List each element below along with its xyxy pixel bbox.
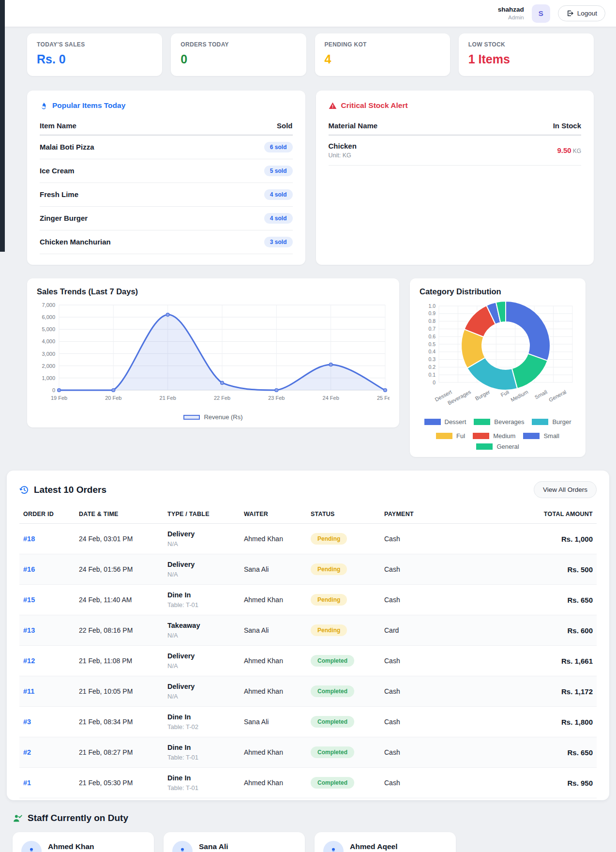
order-id-link[interactable]: #18 xyxy=(19,524,75,554)
popular-item-row: Zinger Burger 4 sold xyxy=(40,207,293,230)
order-id-link[interactable]: #3 xyxy=(19,707,75,737)
order-waiter: Sana Ali xyxy=(240,707,307,737)
order-payment: Cash xyxy=(380,768,481,798)
order-row: #11 21 Feb, 10:05 PM Delivery N/A Ahmed … xyxy=(19,676,597,707)
order-type: Dine In xyxy=(167,744,236,751)
stock-unit-label: KG xyxy=(573,148,581,154)
svg-text:0.1: 0.1 xyxy=(428,372,436,378)
sold-badge: 4 sold xyxy=(264,189,293,200)
charts-row: Sales Trends (Last 7 Days) 01,0002,0003,… xyxy=(27,278,594,457)
order-id-link[interactable]: #16 xyxy=(19,554,75,585)
legend-item-small[interactable]: Small xyxy=(523,432,559,440)
critical-stock-row: Chicken Unit: KG 9.50KG xyxy=(329,135,582,166)
popular-item-row: Fresh Lime 4 sold xyxy=(40,183,293,207)
sales-trends-chart: 01,0002,0003,0004,0005,0006,0007,00019 F… xyxy=(37,301,390,409)
order-datetime: 24 Feb, 03:01 PM xyxy=(75,524,164,554)
stat-value: 1 Items xyxy=(468,52,584,66)
svg-text:21 Feb: 21 Feb xyxy=(160,395,176,401)
order-id-link[interactable]: #12 xyxy=(19,646,75,676)
order-waiter: Sana Ali xyxy=(240,615,307,646)
staff-name: Ahmed Aqeel xyxy=(350,842,397,851)
order-id-link[interactable]: #13 xyxy=(19,615,75,646)
order-datetime: 21 Feb, 10:05 PM xyxy=(75,676,164,707)
popular-col-sold: Sold xyxy=(220,117,292,135)
order-datetime: 22 Feb, 08:16 PM xyxy=(75,615,164,646)
logout-button[interactable]: Logout xyxy=(558,5,605,21)
staff-cards: Ahmed Khan Morning Shift Started: 08:12 … xyxy=(13,832,603,852)
stat-label: TODAY'S SALES xyxy=(37,41,152,48)
svg-text:1,000: 1,000 xyxy=(42,375,55,381)
order-id-link[interactable]: #15 xyxy=(19,585,75,615)
legend-item-medium[interactable]: Medium xyxy=(473,432,515,440)
sold-badge: 4 sold xyxy=(264,213,293,224)
popular-item-name: Zinger Burger xyxy=(40,214,88,222)
legend-item-revenue[interactable]: Revenue (Rs) xyxy=(183,413,242,421)
legend-swatch xyxy=(436,433,452,439)
svg-text:0.6: 0.6 xyxy=(428,334,436,339)
material-name: Chicken xyxy=(329,142,489,150)
svg-text:23 Feb: 23 Feb xyxy=(268,395,285,401)
order-datetime: 21 Feb, 11:08 PM xyxy=(75,646,164,676)
staff-title: Staff Currently on Duty xyxy=(13,813,603,823)
stat-label: LOW STOCK xyxy=(468,41,584,48)
order-id-link[interactable]: #11 xyxy=(19,676,75,707)
order-payment: Cash xyxy=(380,707,481,737)
svg-text:24 Feb: 24 Feb xyxy=(323,395,339,401)
order-waiter: Ahmed Khan xyxy=(240,737,307,768)
latest-orders-card: Latest 10 Orders View All Orders ORDER I… xyxy=(7,471,609,800)
person-icon xyxy=(178,846,187,852)
order-status-badge: Pending xyxy=(311,533,347,545)
legend-item-ful[interactable]: Ful xyxy=(436,432,465,440)
stat-value: 4 xyxy=(325,52,440,66)
order-type: Delivery xyxy=(167,652,236,660)
order-id-link[interactable]: #1 xyxy=(19,768,75,798)
order-type: Dine In xyxy=(167,713,236,721)
svg-text:0.5: 0.5 xyxy=(428,341,436,347)
order-row: #2 21 Feb, 08:27 PM Dine In Table: T-01 … xyxy=(19,737,597,768)
order-row: #13 22 Feb, 08:16 PM Takeaway N/A Sana A… xyxy=(19,615,597,646)
order-id-link[interactable]: #2 xyxy=(19,737,75,768)
orders-col-1: DATE & TIME xyxy=(75,505,164,524)
popular-item-name: Malai Boti Pizza xyxy=(40,143,94,151)
order-waiter: Sana Ali xyxy=(240,554,307,585)
order-total: Rs. 1,800 xyxy=(481,707,597,737)
svg-text:0: 0 xyxy=(433,380,436,385)
order-total: Rs. 1,172 xyxy=(481,676,597,707)
order-status-badge: Completed xyxy=(311,716,354,728)
popular-items-title: Popular Items Today xyxy=(40,101,293,110)
sold-badge: 6 sold xyxy=(264,142,293,152)
order-payment: Cash xyxy=(380,737,481,768)
order-row: #12 21 Feb, 11:08 PM Delivery N/A Ahmed … xyxy=(19,646,597,676)
svg-text:Small: Small xyxy=(534,389,548,400)
svg-text:7,000: 7,000 xyxy=(42,302,55,308)
svg-text:6,000: 6,000 xyxy=(42,314,55,320)
legend-item-beverages[interactable]: Beverages xyxy=(474,418,524,426)
material-unit: Unit: KG xyxy=(329,152,489,159)
order-total: Rs. 1,661 xyxy=(481,646,597,676)
orders-title: Latest 10 Orders xyxy=(19,485,106,495)
orders-col-4: STATUS xyxy=(307,505,380,524)
order-table: Table: T-02 xyxy=(167,723,236,730)
order-status-badge: Completed xyxy=(311,746,354,758)
order-row: #15 24 Feb, 11:40 AM Dine In Table: T-01… xyxy=(19,585,597,615)
user-avatar[interactable]: S xyxy=(532,4,550,23)
legend-item-dessert[interactable]: Dessert xyxy=(424,418,466,426)
popular-item-row: Chicken Manchurian 3 sold xyxy=(40,230,293,254)
order-total: Rs. 650 xyxy=(481,737,597,768)
svg-text:0.2: 0.2 xyxy=(428,364,436,370)
view-all-orders-button[interactable]: View All Orders xyxy=(534,481,597,498)
orders-col-3: WAITER xyxy=(240,505,307,524)
logout-icon xyxy=(566,10,573,17)
svg-text:25 Feb: 25 Feb xyxy=(377,395,390,401)
orders-col-0: ORDER ID xyxy=(19,505,75,524)
order-status-badge: Pending xyxy=(311,624,347,636)
svg-text:0.4: 0.4 xyxy=(428,349,436,354)
staff-avatar xyxy=(323,841,344,852)
legend-swatch xyxy=(424,419,441,425)
popular-item-name: Chicken Manchurian xyxy=(40,238,111,246)
stock-value: 9.50 xyxy=(557,146,571,154)
stat-label: ORDERS TODAY xyxy=(180,41,296,48)
staff-card: Ahmed Khan Morning Shift Started: 08:12 … xyxy=(13,832,154,852)
legend-item-burger[interactable]: Burger xyxy=(532,418,571,426)
legend-item-general[interactable]: General xyxy=(476,443,519,450)
